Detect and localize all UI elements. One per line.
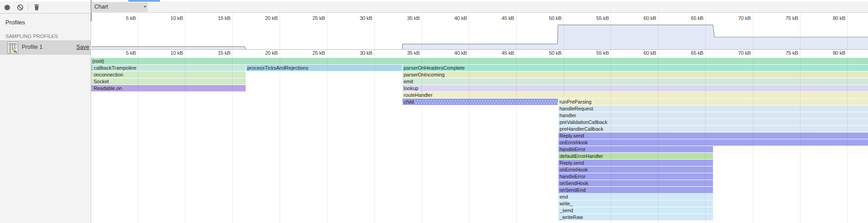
svg-text:%: %: [13, 49, 17, 54]
